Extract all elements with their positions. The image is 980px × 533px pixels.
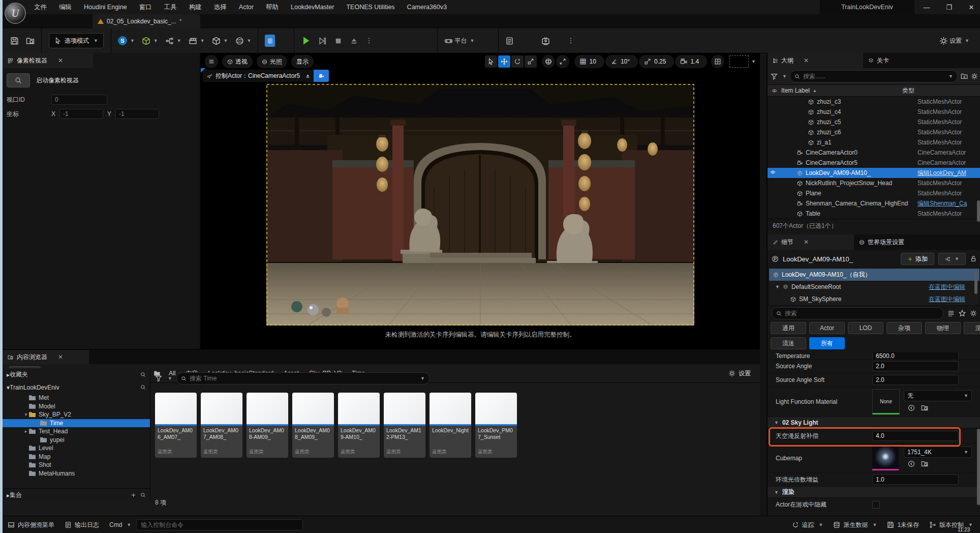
camera-preview-chevron-icon[interactable]: ▼: [751, 59, 756, 64]
quad-view-button[interactable]: [711, 55, 724, 68]
viewport[interactable]: 透视 光照 显示 10 10° 0.25 1.4: [201, 53, 760, 349]
details-filter-button[interactable]: LOD: [848, 322, 883, 334]
scale-snap-control[interactable]: 0.25: [639, 55, 674, 68]
lock-icon[interactable]: [970, 255, 977, 262]
asset-tile[interactable]: LookDev_AM09-AM10_ 蓝图类: [338, 393, 380, 458]
outliner-row[interactable]: CineCameraActor5 CineCameraActor: [768, 158, 980, 168]
trace-dropdown[interactable]: 追踪▼: [787, 521, 829, 529]
outliner-row[interactable]: zhuzi_c4 StaticMeshActor: [768, 107, 980, 117]
details-filter-button[interactable]: 流送: [771, 337, 806, 349]
pilot-actor-bar[interactable]: 控制Actor：CineCameraActor5: [203, 70, 329, 82]
menu-item[interactable]: 窗口: [133, 3, 158, 12]
edit-in-blueprint-link[interactable]: 在蓝图中编辑: [929, 295, 965, 304]
use-selected-icon[interactable]: [908, 404, 915, 411]
outliner-row[interactable]: zhuzi_c6 StaticMeshActor: [768, 127, 980, 137]
content-browser-tab[interactable]: 内容浏览器 ✕: [3, 350, 89, 364]
ambient-multiplier-field[interactable]: 1.0: [872, 475, 959, 485]
camera-speed-control[interactable]: 1.4: [675, 55, 707, 68]
light-function-combo[interactable]: 无▼: [904, 390, 972, 401]
sky-diffuse-boost-field[interactable]: 4.0: [872, 431, 959, 441]
temperature-field[interactable]: 6500.0: [872, 352, 959, 360]
outliner-row[interactable]: Shenman_Camera_Cinema_HighEnd 编辑Shenman_…: [768, 198, 980, 209]
asset-tile[interactable]: LookDev_AM12-PM13_ 蓝图类: [384, 393, 425, 458]
coordinate-y-field[interactable]: [115, 109, 159, 119]
environment-dropdown[interactable]: ▼: [232, 32, 255, 49]
outliner-row[interactable]: NickRutlinh_ProjectSnow_Head StaticMeshA…: [768, 178, 980, 188]
close-icon[interactable]: ✕: [804, 57, 809, 64]
show-dropdown[interactable]: 显示: [291, 55, 314, 68]
details-filter-button[interactable]: Actor: [809, 322, 845, 334]
folder-tree-item[interactable]: Time: [3, 419, 150, 428]
details-filter-button[interactable]: 渲染: [964, 322, 980, 334]
cmd-dropdown[interactable]: Cmd▼: [104, 521, 136, 528]
export-doc-button[interactable]: [502, 32, 517, 49]
menu-item[interactable]: 帮助: [260, 3, 285, 12]
editor-utility-button[interactable]: [261, 32, 279, 49]
view-mode-dropdown[interactable]: 光照: [257, 55, 287, 68]
scale-tool-button[interactable]: [525, 55, 537, 68]
outliner-settings-gear-icon[interactable]: [971, 73, 978, 80]
pilot-camera-toggle[interactable]: [314, 70, 329, 82]
viewport-scene-image[interactable]: [266, 84, 694, 325]
blueprints-dropdown[interactable]: S▼: [114, 32, 138, 49]
outliner-row[interactable]: CineCameraActor0 CineCameraActor: [768, 147, 980, 158]
filter-chevron-icon[interactable]: ▼: [168, 376, 172, 381]
level-tab[interactable]: 02_05_Lookdev_basic_... *: [93, 14, 200, 28]
device-output-button[interactable]: [538, 32, 554, 49]
eye-icon[interactable]: [770, 169, 779, 176]
component-tree-scrollbar[interactable]: [974, 272, 977, 294]
menu-item[interactable]: 编辑: [53, 3, 78, 12]
tab-levels[interactable]: 关卡: [863, 53, 894, 68]
browse-asset-icon[interactable]: [921, 404, 928, 411]
source-angle-field[interactable]: 2.0: [872, 361, 959, 371]
collections-section[interactable]: ▸集合: [3, 488, 150, 501]
folder-tree-item[interactable]: ▾ Sky_BP_V2: [3, 410, 150, 419]
asset-tile[interactable]: LookDev_AM08-AM09_ 蓝图类: [247, 393, 288, 458]
details-settings-gear-icon[interactable]: [970, 310, 977, 317]
asset-tile[interactable]: LookDev_AM07_AM08_ 蓝图类: [201, 393, 242, 458]
edit-in-blueprint-link[interactable]: 在蓝图中编辑: [929, 283, 965, 291]
details-filter-button[interactable]: 通用: [771, 322, 806, 334]
browse-content-button[interactable]: [22, 32, 38, 49]
section-sky-light[interactable]: ▼02 Sky Light: [768, 417, 980, 428]
details-scrollbar[interactable]: [977, 429, 980, 505]
folder-tree-item[interactable]: Shot: [3, 461, 150, 469]
details-search[interactable]: 搜索: [772, 307, 943, 319]
viewport-options-menu[interactable]: [205, 55, 218, 68]
eject-button[interactable]: [346, 32, 362, 49]
close-icon[interactable]: ✕: [804, 239, 809, 246]
marketplace-dropdown[interactable]: ▼: [208, 32, 232, 49]
details-filter-button[interactable]: 所有: [809, 337, 845, 349]
component-row-sky-sphere[interactable]: SM_SkySphere 在蓝图中编辑: [769, 293, 979, 305]
menu-item[interactable]: LookdevMaster: [285, 4, 340, 11]
platforms-dropdown[interactable]: 平台 ▼: [441, 32, 478, 49]
search-icon[interactable]: [140, 384, 146, 390]
cinematics-dropdown[interactable]: ▼: [185, 32, 208, 49]
outliner-row[interactable]: zhuzi_c5 StaticMeshActor: [768, 117, 980, 127]
search-icon[interactable]: [140, 492, 146, 498]
folder-tree-item[interactable]: Model: [3, 402, 150, 411]
menu-item[interactable]: Houdini Engine: [78, 4, 133, 11]
stop-button[interactable]: [330, 32, 346, 49]
select-tool-button[interactable]: [485, 55, 497, 68]
maximize-button[interactable]: ❐: [938, 0, 960, 14]
folder-tree-item[interactable]: Met: [3, 394, 150, 402]
browse-asset-icon[interactable]: [921, 460, 928, 467]
folder-tree-item[interactable]: ▸ Test_Head: [3, 427, 150, 436]
menu-item[interactable]: Camera360v3: [401, 4, 453, 11]
camera-preview-thumbnail[interactable]: [729, 55, 749, 68]
toolbar-kebab[interactable]: [564, 32, 578, 49]
content-drawer-button[interactable]: 内容侧滑菜单: [3, 521, 59, 529]
outliner-search[interactable]: 搜索...... ▼: [790, 70, 958, 82]
play-button[interactable]: [297, 32, 315, 49]
sequence-dropdown[interactable]: ▼: [162, 32, 185, 49]
close-icon[interactable]: ✕: [58, 57, 63, 64]
component-row-scene-root[interactable]: ▼ DefaultSceneRoot 在蓝图中编辑: [769, 281, 979, 293]
perspective-dropdown[interactable]: 透视: [222, 55, 253, 68]
menu-item[interactable]: TEONES Utilities: [340, 4, 401, 11]
viewport-id-field[interactable]: [51, 95, 107, 105]
play-options-kebab[interactable]: [362, 32, 376, 49]
minimize-button[interactable]: —: [915, 0, 938, 14]
project-section[interactable]: ▾TrainLookDevEniv: [3, 381, 150, 394]
move-tool-button[interactable]: [498, 55, 510, 68]
